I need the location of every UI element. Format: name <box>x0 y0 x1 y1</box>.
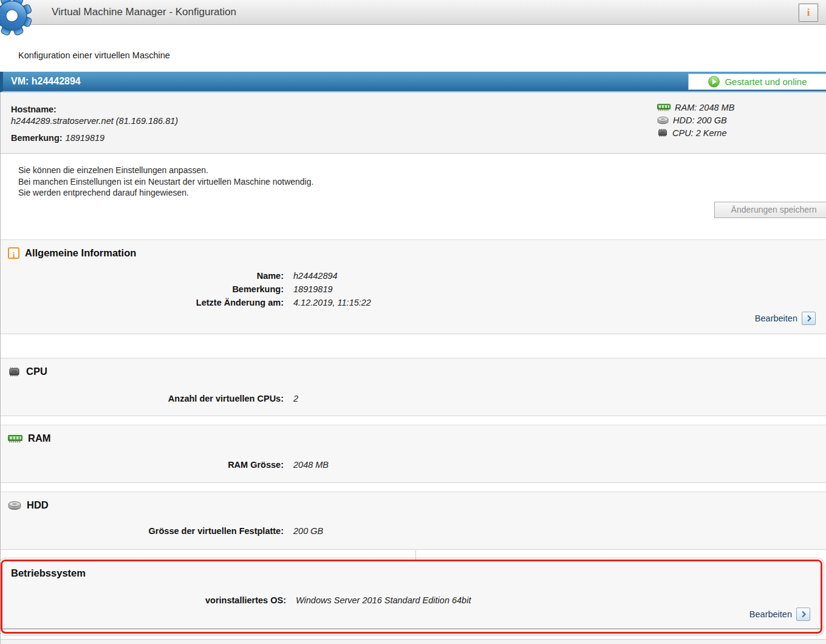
app-title: Virtual Machine Manager - Konfiguration <box>52 0 236 24</box>
intro-line-2: Bei manchen Einstellungen ist ein Neusta… <box>18 176 313 188</box>
row-last-change-label: Letzte Änderung am: <box>0 297 284 308</box>
vm-status-badge: Gestartet und online <box>688 74 826 90</box>
bemerkung-label: Bemerkung: <box>11 133 63 143</box>
vm-specs: RAM: 2048 MB HDD: 200 GB CPU: 2 Kerne <box>657 101 734 139</box>
ram-icon <box>657 103 671 111</box>
spec-cpu: CPU: 2 Kerne <box>657 126 734 139</box>
intro-line-1: Sie können die einzelnen Einstellungen a… <box>18 165 313 176</box>
help-info-button[interactable]: i <box>799 4 818 22</box>
row-cpu-count-value: 2 <box>293 393 298 404</box>
save-changes-button[interactable]: Änderungen speichern <box>714 202 826 218</box>
spec-hdd: HDD: 200 GB <box>657 114 734 126</box>
section-title-ram: RAM <box>28 433 51 444</box>
focus-tick <box>415 550 416 560</box>
hostname-value: h2444289.stratoserver.net (81.169.186.81… <box>11 115 178 127</box>
edit-os-button[interactable]: Bearbeiten <box>749 608 810 621</box>
row-hdd-size-label: Grösse der virtuellen Festplatte: <box>0 526 284 536</box>
row-last-change: Letzte Änderung am: 4.12.2019, 11:15:22 <box>0 297 371 308</box>
row-ram-size-label: RAM Grösse: <box>0 459 284 470</box>
chevron-right-icon[interactable] <box>796 608 810 621</box>
row-hdd-size: Grösse der virtuellen Festplatte: 200 GB <box>0 526 323 536</box>
section-operating-system-highlight: Betriebssystem vorinstalliertes OS: Wind… <box>1 560 822 634</box>
row-preinstalled-os: vorinstalliertes OS: Windows Server 2016… <box>2 595 471 606</box>
spec-ram: RAM: 2048 MB <box>657 101 734 114</box>
section-title-general: Allgemeine Information <box>25 247 136 259</box>
section-title-os: Betriebssystem <box>2 561 821 579</box>
cpu-icon <box>657 128 668 137</box>
hdd-icon <box>8 501 21 510</box>
content-left-border <box>0 92 1 644</box>
intro-line-3: Sie werden entprechend darauf hingewiese… <box>18 187 313 199</box>
vm-header-bar: VM: h24442894 Gestartet und online <box>0 72 826 92</box>
section-title-hdd: HDD <box>27 499 49 511</box>
info-icon: i <box>8 247 19 259</box>
ram-icon <box>8 434 22 443</box>
app-header: Virtual Machine Manager - Konfiguration … <box>0 0 826 25</box>
row-ram-size-value: 2048 MB <box>293 459 329 470</box>
info-icon: i <box>807 7 810 18</box>
row-hdd-size-value: 200 GB <box>293 526 323 536</box>
page-title: Konfiguration einer virtuellen Maschine <box>18 50 170 60</box>
row-bemerkung-value: 18919819 <box>293 284 333 295</box>
bemerkung-value: 18919819 <box>66 133 105 143</box>
spec-cpu-text: CPU: 2 Kerne <box>672 128 726 138</box>
spec-ram-text: RAM: 2048 MB <box>675 103 734 112</box>
row-cpu-count: Anzahl der virtuellen CPUs: 2 <box>0 393 298 404</box>
edit-general-button[interactable]: Bearbeiten <box>755 312 816 325</box>
row-last-change-value: 4.12.2019, 11:15:22 <box>293 297 371 308</box>
section-ram: RAM RAM Grösse: 2048 MB <box>0 425 826 483</box>
edit-general-label: Bearbeiten <box>755 313 797 323</box>
section-title-cpu: CPU <box>26 366 47 377</box>
vm-info-panel: Hostname: h2444289.stratoserver.net (81.… <box>0 92 826 154</box>
section-cpu: CPU Anzahl der virtuellen CPUs: 2 <box>0 358 826 416</box>
gear-icon <box>0 0 35 38</box>
play-icon <box>708 76 720 87</box>
row-bemerkung: Bemerkung: 18919819 <box>0 284 371 295</box>
cpu-icon <box>8 366 21 377</box>
section-hdd: HDD Grösse der virtuellen Festplatte: 20… <box>0 492 826 550</box>
next-section-partial <box>0 639 826 644</box>
hostname-label: Hostname: <box>11 104 178 115</box>
intro-area: Sie können die einzelnen Einstellungen a… <box>0 154 826 240</box>
chevron-right-icon[interactable] <box>802 312 816 325</box>
row-ram-size: RAM Grösse: 2048 MB <box>0 459 329 470</box>
row-name-value: h24442894 <box>293 270 338 281</box>
row-name-label: Name: <box>0 270 284 281</box>
hdd-icon <box>657 116 669 125</box>
row-bemerkung-label: Bemerkung: <box>0 284 284 295</box>
row-cpu-count-label: Anzahl der virtuellen CPUs: <box>0 393 284 404</box>
row-name: Name: h24442894 <box>0 270 371 281</box>
edit-os-label: Bearbeiten <box>749 609 792 619</box>
spec-hdd-text: HDD: 200 GB <box>673 115 727 125</box>
section-general-information: i Allgemeine Information Name: h24442894… <box>0 239 826 334</box>
row-preinstalled-os-label: vorinstalliertes OS: <box>2 595 286 606</box>
row-preinstalled-os-value: Windows Server 2016 Standard Edition 64b… <box>296 595 471 606</box>
vm-status-text: Gestartet und online <box>725 77 807 87</box>
